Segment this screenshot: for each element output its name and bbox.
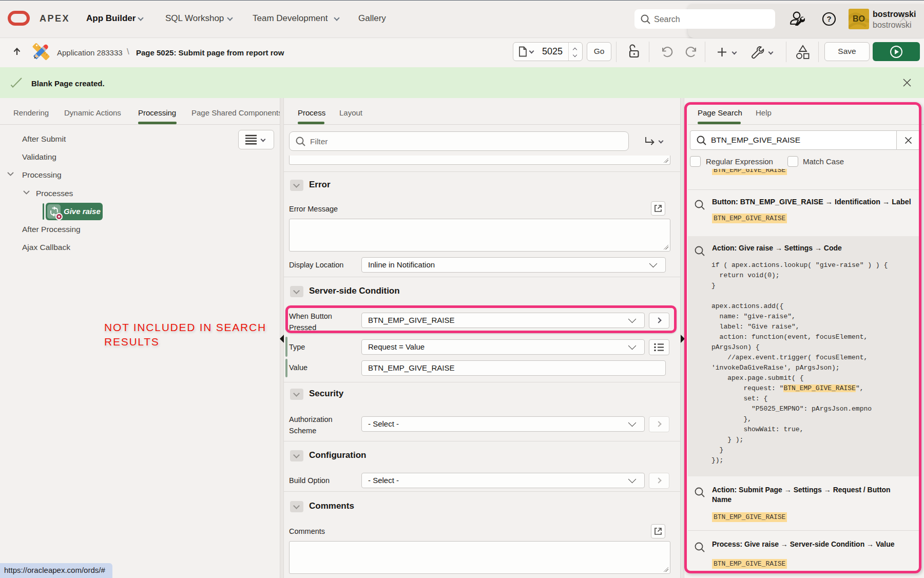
svg-text:?: ? [826,14,831,23]
